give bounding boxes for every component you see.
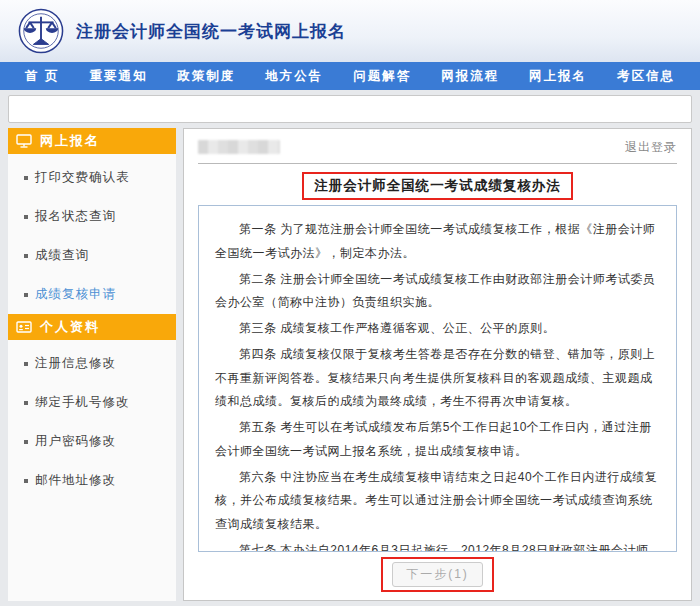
sidebar-section-title: 网上报名 xyxy=(40,132,100,150)
id-card-icon xyxy=(16,320,32,334)
content-panel: 退出登录 注册会计师全国统一考试成绩复核办法 第一条 为了规范注册会计师全国统一… xyxy=(183,128,692,601)
sidebar-section-personal-info: 个人资料 xyxy=(8,314,176,340)
nav-item-exam-area-info[interactable]: 考区信息 xyxy=(617,68,675,85)
divider xyxy=(198,163,677,164)
sidebar-item-email-edit[interactable]: 邮件地址修改 xyxy=(8,461,176,500)
cicpa-logo-icon xyxy=(18,8,64,54)
regulation-paragraph: 第二条 注册会计师全国统一考试成绩复核工作由财政部注册会计师考试委员会办公室（简… xyxy=(215,268,658,316)
sidebar-item-label: 报名状态查询 xyxy=(35,208,116,225)
sidebar-item-label: 成绩查询 xyxy=(35,247,89,264)
sidebar-item-label: 绑定手机号修改 xyxy=(35,394,130,411)
sidebar-item-bound-phone-edit[interactable]: 绑定手机号修改 xyxy=(8,383,176,422)
sidebar-item-label: 打印交费确认表 xyxy=(35,169,130,186)
main-layout: 网上报名 打印交费确认表 报名状态查询 成绩查询 成绩复核申请 xyxy=(8,128,692,601)
bullet-icon xyxy=(24,440,28,444)
next-step-button[interactable]: 下一步(1) xyxy=(392,562,483,587)
regulation-paragraph: 第五条 考生可以在考试成绩发布后第5个工作日起10个工作日内，通过注册会计师全国… xyxy=(215,416,658,464)
sidebar-item-label: 注册信息修改 xyxy=(35,355,116,372)
regulation-paragraph: 第一条 为了规范注册会计师全国统一考试成绩复核工作，根据《注册会计师全国统一考试… xyxy=(215,218,658,266)
bullet-icon xyxy=(24,254,28,258)
bullet-icon xyxy=(24,479,28,483)
page-title: 注册会计师全国统一考试网上报名 xyxy=(76,20,346,43)
sidebar-item-label: 邮件地址修改 xyxy=(35,472,116,489)
doc-title-row: 注册会计师全国统一考试成绩复核办法 xyxy=(198,172,677,200)
sidebar-item-registration-info-edit[interactable]: 注册信息修改 xyxy=(8,344,176,383)
sidebar-item-password-edit[interactable]: 用户密码修改 xyxy=(8,422,176,461)
regulation-paragraph: 第四条 成绩复核仅限于复核考生答卷是否存在分数的错登、错加等，原则上不再重新评阅… xyxy=(215,343,658,414)
bullet-icon xyxy=(24,293,28,297)
nav-item-registration-process[interactable]: 网报流程 xyxy=(441,68,499,85)
empty-notice-bar xyxy=(8,95,692,123)
logout-link[interactable]: 退出登录 xyxy=(625,139,677,156)
nav-item-policies[interactable]: 政策制度 xyxy=(177,68,235,85)
regulation-paragraph: 第六条 中注协应当在考生成绩复核申请结束之日起40个工作日内进行成绩复核，并公布… xyxy=(215,466,658,537)
regulation-text-box: 第一条 为了规范注册会计师全国统一考试成绩复核工作，根据《注册会计师全国统一考试… xyxy=(198,205,677,552)
sidebar: 网上报名 打印交费确认表 报名状态查询 成绩查询 成绩复核申请 xyxy=(8,128,176,601)
site-header: 注册会计师全国统一考试网上报名 xyxy=(0,0,700,62)
nav-item-faq[interactable]: 问题解答 xyxy=(353,68,411,85)
nav-item-online-registration[interactable]: 网上报名 xyxy=(529,68,587,85)
document-title: 注册会计师全国统一考试成绩复核办法 xyxy=(302,172,573,200)
sidebar-item-print-payment-confirmation[interactable]: 打印交费确认表 xyxy=(8,158,176,197)
sidebar-section-title: 个人资料 xyxy=(40,318,100,336)
sidebar-list-personal-info: 注册信息修改 绑定手机号修改 用户密码修改 邮件地址修改 xyxy=(8,344,176,500)
nav-item-notices[interactable]: 重要通知 xyxy=(89,68,147,85)
regulation-paragraph: 第七条 本办法自2014年6月3日起施行。2012年8月28日财政部注册会计师考… xyxy=(215,539,658,552)
bullet-icon xyxy=(24,401,28,405)
bullet-icon xyxy=(24,362,28,366)
main-nav: 首 页 重要通知 政策制度 地方公告 问题解答 网报流程 网上报名 考区信息 xyxy=(0,62,700,90)
regulation-paragraph: 第三条 成绩复核工作严格遵循客观、公正、公平的原则。 xyxy=(215,317,658,341)
sidebar-item-score-query[interactable]: 成绩查询 xyxy=(8,236,176,275)
bullet-icon xyxy=(24,215,28,219)
sidebar-section-online-registration: 网上报名 xyxy=(8,128,176,154)
nav-item-local-announcements[interactable]: 地方公告 xyxy=(265,68,323,85)
user-row: 退出登录 xyxy=(198,138,677,156)
sidebar-list-online-registration: 打印交费确认表 报名状态查询 成绩查询 成绩复核申请 xyxy=(8,158,176,314)
nav-item-home[interactable]: 首 页 xyxy=(25,68,59,85)
sidebar-item-score-review-application[interactable]: 成绩复核申请 xyxy=(8,275,176,314)
sidebar-item-label: 用户密码修改 xyxy=(35,433,116,450)
sidebar-item-label: 成绩复核申请 xyxy=(35,286,116,303)
button-row: 下一步(1) xyxy=(198,557,677,592)
annotation-box: 下一步(1) xyxy=(381,557,494,592)
user-name-redacted xyxy=(198,140,280,154)
bullet-icon xyxy=(24,176,28,180)
sidebar-item-registration-status-query[interactable]: 报名状态查询 xyxy=(8,197,176,236)
monitor-icon xyxy=(16,134,32,148)
